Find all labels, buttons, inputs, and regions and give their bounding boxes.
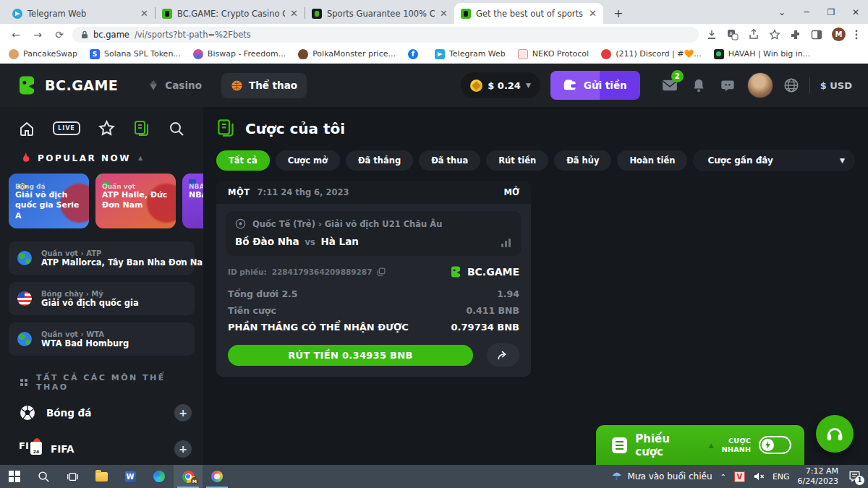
popular-card-atp-halle[interactable]: Quần vợt ATP Halle, Đức Đơn Nam xyxy=(95,174,176,228)
popular-card-serie-a[interactable]: Bóng đá Giải vô địch quốc gia Serie A xyxy=(9,174,89,228)
extensions-icon[interactable] xyxy=(790,29,801,40)
support-button[interactable] xyxy=(816,415,854,453)
expand-plus-button[interactable]: + xyxy=(174,404,192,421)
weather-widget[interactable]: ☂ Mưa vào buổi chiều xyxy=(612,470,712,483)
tab-search-icon[interactable]: ⌄ xyxy=(770,7,794,17)
nav-sports[interactable]: Thể thao xyxy=(221,73,307,98)
cashout-button[interactable]: RÚT TIỀN 0.34935 BNB xyxy=(228,345,473,366)
restore-button[interactable]: ❐ xyxy=(819,7,843,17)
v-app-tray-icon[interactable]: V xyxy=(734,471,745,482)
menu-kebab-icon[interactable] xyxy=(855,29,858,40)
tab-close-icon[interactable]: ✕ xyxy=(290,9,298,18)
popular-match-atp-mallorca[interactable]: Quần vợt › ATP ATP Mallorca, Tây Ban Nha… xyxy=(9,241,195,275)
betslip-bar[interactable]: Phiếu cược ▲ CƯỢC NHANH xyxy=(596,425,804,465)
new-tab-button[interactable]: + xyxy=(609,4,628,22)
start-button[interactable] xyxy=(0,465,29,488)
deposit-button[interactable]: Gửi tiền xyxy=(550,71,640,100)
bookmark-solana[interactable]: SSolana SPL Token... xyxy=(90,49,181,59)
profile-avatar[interactable]: M xyxy=(832,27,846,41)
translate-icon[interactable]: A xyxy=(727,29,739,40)
user-avatar[interactable] xyxy=(747,72,773,98)
tab-close-icon[interactable]: ✕ xyxy=(140,9,148,18)
minimize-button[interactable]: ─ xyxy=(794,7,819,17)
bookmark-biswap[interactable]: Biswap - Freedom... xyxy=(193,49,286,59)
taskbar-search-button[interactable] xyxy=(29,465,58,488)
reload-icon[interactable]: ⟳ xyxy=(51,29,68,40)
filter-won[interactable]: Đã thắng xyxy=(346,150,413,171)
file-explorer-button[interactable] xyxy=(87,465,116,488)
event-panel[interactable]: Quốc Tế (Trẻ) › Giải vô địch U21 Châu Âu… xyxy=(226,211,521,256)
bcgame-watermark: BC.GAME xyxy=(449,265,519,278)
share-icon[interactable] xyxy=(748,29,760,40)
popular-match-wta[interactable]: Quần vợt › WTA WTA Bad Homburg xyxy=(9,322,195,356)
sidebar-item-fifa[interactable]: FI24 FIFA + xyxy=(0,431,203,465)
tab-bcgame-casino[interactable]: BC.GAME: Crypto Casino Games ✕ xyxy=(156,3,305,24)
tab-sports-guarantee[interactable]: Sports Guarantee 100% Cashbac ✕ xyxy=(305,3,454,24)
bookmark-label: NEKO Protocol xyxy=(532,49,589,59)
language-indicator[interactable]: ENG xyxy=(773,472,790,481)
filter-refund[interactable]: Hoàn tiền xyxy=(617,150,687,171)
paint-button[interactable] xyxy=(203,465,231,488)
currency-selector[interactable]: $ USD xyxy=(820,80,852,91)
copy-icon[interactable] xyxy=(377,267,386,276)
popular-now-header[interactable]: POPULAR NOW ▲ xyxy=(0,137,203,164)
share-bet-button[interactable] xyxy=(487,343,519,367)
side-panel-icon[interactable] xyxy=(811,29,822,40)
search-icon[interactable] xyxy=(168,120,185,137)
betslip-caret-icon: ▲ xyxy=(709,442,714,449)
sidebar-item-football[interactable]: Bóng đá + xyxy=(0,395,203,431)
bookmark-discord[interactable]: (211) Discord | #🧡... xyxy=(601,49,702,59)
home-icon[interactable] xyxy=(18,120,35,137)
word-button[interactable]: W xyxy=(116,465,145,488)
nav-casino[interactable]: Casino xyxy=(138,73,211,98)
filter-cashout[interactable]: Rút tiền xyxy=(486,150,548,171)
tab-sports-betting-active[interactable]: Get the best out of sports betting ✕ xyxy=(454,3,603,24)
filter-open[interactable]: Cược mở xyxy=(276,150,340,171)
filter-all[interactable]: Tất cả xyxy=(216,150,270,171)
edge-button[interactable] xyxy=(145,465,174,488)
taskbar-clock[interactable]: 7:12 AM 6/24/2023 xyxy=(798,466,838,487)
popular-card-nba[interactable]: NBA 2 NBA xyxy=(182,174,203,228)
back-icon[interactable]: ← xyxy=(7,29,25,40)
notifications-button[interactable] xyxy=(689,78,708,93)
tab-close-icon[interactable]: ✕ xyxy=(440,9,448,18)
bookmark-facebook[interactable]: f xyxy=(408,49,422,59)
tab-telegram[interactable]: Telegram Web ✕ xyxy=(6,3,155,24)
bookmark-havah[interactable]: HAVAH | Win big in... xyxy=(714,49,811,59)
bookmark-star-icon[interactable] xyxy=(769,29,780,40)
live-icon[interactable]: LIVE xyxy=(53,121,80,135)
inbox-button[interactable]: 2 xyxy=(660,79,679,92)
bcgame-logo[interactable]: BC.GAME xyxy=(16,74,118,96)
bookmark-telegram[interactable]: Telegram Web xyxy=(435,49,506,59)
popular-match-mlb[interactable]: Bóng chày › Mỹ Giải vô địch quốc gia xyxy=(9,282,195,315)
muted-speaker-icon[interactable] xyxy=(753,471,765,481)
language-globe-icon[interactable] xyxy=(783,77,799,93)
task-view-button[interactable] xyxy=(58,465,87,488)
close-button[interactable]: ✕ xyxy=(843,7,868,17)
bookmark-pancakeswap[interactable]: PancakeSwap xyxy=(9,49,77,59)
forward-icon[interactable]: → xyxy=(29,29,46,40)
url-bar[interactable]: bc.game/vi/sports?bt-path=%2Fbets xyxy=(72,27,699,43)
collapse-triangle-icon[interactable]: ▲ xyxy=(138,155,142,161)
statistics-icon[interactable] xyxy=(501,239,511,247)
chat-button[interactable] xyxy=(718,79,737,93)
logo-text: BC.GAME xyxy=(45,77,118,93)
filter-lost[interactable]: Đã thua xyxy=(419,150,480,171)
tray-expand-icon[interactable]: ⌃ xyxy=(720,473,726,481)
expand-plus-button[interactable]: + xyxy=(174,440,192,458)
bet-card-header: MỘT 7:11 24 thg 6, 2023 MỞ xyxy=(216,181,531,204)
quick-bet-toggle[interactable] xyxy=(759,436,791,454)
sort-dropdown[interactable]: Cược gần đây ▼ xyxy=(693,150,855,171)
bcgame-favicon xyxy=(461,9,471,19)
my-bets-icon[interactable] xyxy=(133,120,150,137)
download-icon[interactable] xyxy=(706,29,718,40)
bookmark-neko[interactable]: NEKO Protocol xyxy=(518,49,589,59)
action-center-button[interactable]: 1 xyxy=(846,471,862,482)
bookmark-polkamonster[interactable]: PolkaMonster price... xyxy=(298,49,396,59)
balance-selector[interactable]: $ 0.24 ▼ xyxy=(461,72,540,98)
favorites-star-icon[interactable] xyxy=(98,119,116,137)
filter-cancelled[interactable]: Đã hủy xyxy=(554,150,611,171)
tab-close-icon[interactable]: ✕ xyxy=(589,9,597,18)
chrome-button[interactable]: M xyxy=(174,465,203,488)
ticket-id-row: ID phiếu: 2284179364209889287 BC.GAME xyxy=(216,256,531,280)
